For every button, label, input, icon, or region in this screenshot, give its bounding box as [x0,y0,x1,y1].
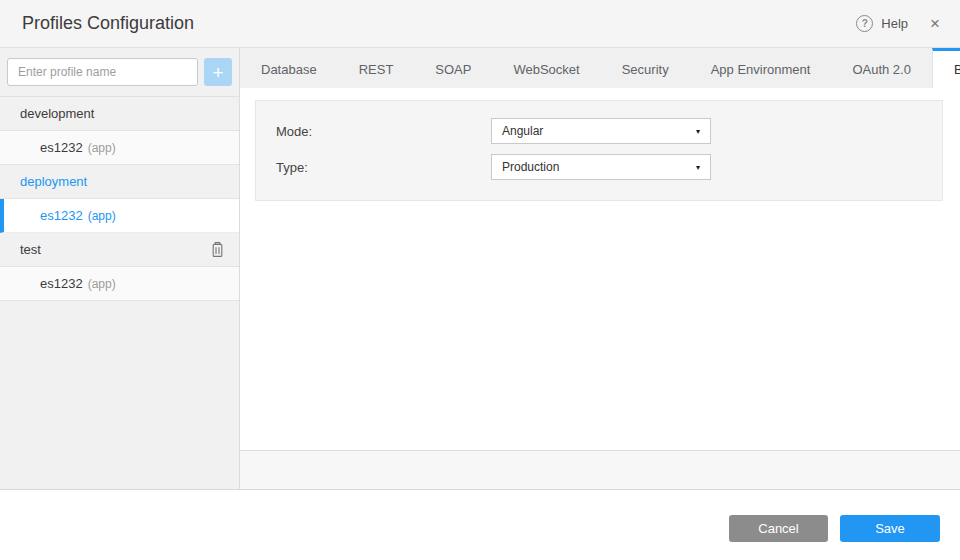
profile-list: development es1232 (app) deployment es12… [0,96,239,301]
tab-security[interactable]: Security [601,48,690,88]
profile-group-deployment[interactable]: deployment [0,165,239,199]
profiles-sidebar: + development es1232 (app) deployment es… [0,48,240,490]
app-suffix: (app) [88,141,116,155]
tab-app-environment[interactable]: App Environment [690,48,832,88]
type-select[interactable]: Production ▾ [491,154,711,180]
save-button[interactable]: Save [840,515,940,542]
type-label: Type: [276,160,491,175]
form-row-mode: Mode: Angular ▾ [276,118,922,144]
profile-app-item[interactable]: es1232 (app) [0,131,239,165]
tab-bar: Database REST SOAP WebSocket Security Ap… [240,48,960,88]
mode-label: Mode: [276,124,491,139]
delete-profile-icon[interactable] [210,241,225,258]
tab-rest[interactable]: REST [338,48,415,88]
main-panel: Database REST SOAP WebSocket Security Ap… [240,48,960,490]
app-label: es1232 [40,208,83,223]
tab-build-options[interactable]: Build Options [932,48,960,88]
app-label: es1232 [40,140,83,155]
tab-soap[interactable]: SOAP [414,48,492,88]
profile-group-test[interactable]: test [0,233,239,267]
chevron-down-icon: ▾ [696,163,700,172]
tab-oauth[interactable]: OAuth 2.0 [831,48,932,88]
form-row-type: Type: Production ▾ [276,154,922,180]
app-suffix: (app) [88,277,116,291]
app-suffix: (app) [88,209,116,223]
tab-database[interactable]: Database [240,48,338,88]
profile-label: development [20,106,94,121]
profile-app-item-selected[interactable]: es1232 (app) [0,199,239,233]
profile-app-item[interactable]: es1232 (app) [0,267,239,301]
profile-create-row: + [0,48,239,96]
add-profile-button[interactable]: + [204,58,232,86]
action-bar: Cancel Save [0,490,960,560]
profile-label: test [20,242,41,257]
panel-footer-strip [240,450,960,490]
app-label: es1232 [40,276,83,291]
tab-websocket[interactable]: WebSocket [492,48,600,88]
build-options-panel: Mode: Angular ▾ Type: Production ▾ [255,100,943,201]
profile-group-development[interactable]: development [0,97,239,131]
profile-label: deployment [20,174,87,189]
close-icon[interactable]: × [930,15,940,32]
help-button[interactable]: ? Help [856,15,908,32]
help-icon: ? [856,15,873,32]
mode-select-value: Angular [502,124,543,138]
help-label: Help [881,16,908,31]
profile-name-input[interactable] [7,58,198,86]
page-title: Profiles Configuration [22,13,194,34]
chevron-down-icon: ▾ [696,127,700,136]
mode-select[interactable]: Angular ▾ [491,118,711,144]
type-select-value: Production [502,160,559,174]
cancel-button[interactable]: Cancel [729,515,828,542]
tab-content-build-options: Mode: Angular ▾ Type: Production ▾ [240,88,960,450]
dialog-header: Profiles Configuration ? Help × [0,0,960,48]
